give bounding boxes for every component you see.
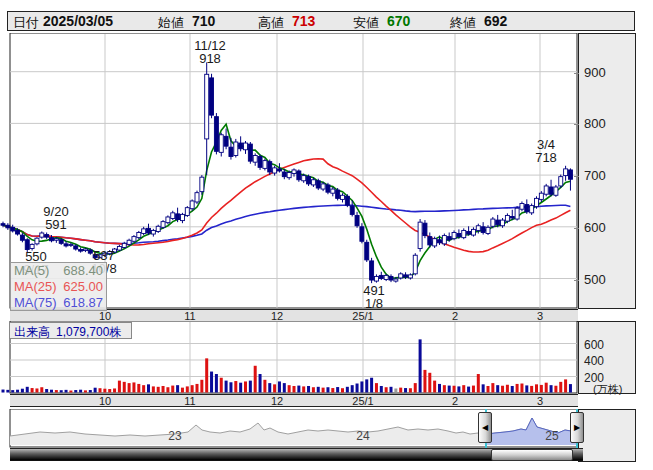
volume-bar bbox=[433, 381, 436, 393]
candle-up bbox=[292, 170, 296, 174]
volume-bar bbox=[147, 384, 150, 392]
candle-down bbox=[379, 275, 383, 278]
volume-bar bbox=[520, 384, 523, 393]
candle-down bbox=[11, 227, 15, 231]
volume-bar bbox=[137, 384, 140, 393]
price-info-bar: 日付 2025/03/05 始値 710 高値 713 安値 670 終値 69… bbox=[7, 11, 635, 31]
volume-bar bbox=[360, 381, 363, 392]
candle-up bbox=[132, 237, 136, 242]
volume-bar bbox=[69, 391, 72, 393]
volume-bar bbox=[409, 388, 412, 392]
ma-legend-row: MA(75)618.87 bbox=[14, 295, 103, 311]
candle-down bbox=[510, 216, 514, 218]
volume-bar bbox=[341, 388, 344, 392]
annotation-peak-high: 11/12918 bbox=[194, 39, 226, 65]
candle-up bbox=[544, 186, 548, 194]
candle-up bbox=[117, 246, 121, 250]
candle-up bbox=[234, 142, 238, 155]
volume-bar bbox=[191, 385, 194, 392]
x-axis-label: 12 bbox=[271, 395, 283, 407]
candle-up bbox=[83, 249, 87, 251]
volume-bar bbox=[554, 386, 557, 393]
volume-bar bbox=[84, 390, 87, 392]
volume-bar bbox=[50, 390, 53, 393]
candle-up bbox=[35, 238, 39, 244]
volume-bar bbox=[516, 384, 519, 393]
candle-down bbox=[467, 231, 471, 234]
candle-up bbox=[476, 226, 480, 231]
x-axis-label: 3 bbox=[537, 395, 543, 407]
volume-bar bbox=[278, 381, 281, 392]
volume-bar bbox=[234, 381, 237, 392]
candle-up bbox=[374, 276, 378, 281]
arrow-left-icon: ◀ bbox=[482, 423, 488, 432]
volume-bar bbox=[525, 385, 528, 392]
candle-down bbox=[229, 147, 233, 156]
candle-up bbox=[122, 243, 126, 247]
candle-up bbox=[219, 135, 223, 153]
navigator-left-handle-button[interactable]: ◀ bbox=[478, 412, 492, 443]
volume-bar bbox=[564, 379, 567, 392]
volume-bar bbox=[297, 386, 300, 393]
volume-bar bbox=[6, 390, 9, 393]
volume-bar bbox=[482, 384, 485, 392]
annotation-sep-high: 9/20591 bbox=[43, 205, 68, 231]
open-label: 始値 bbox=[158, 14, 184, 32]
volume-bar bbox=[99, 388, 102, 392]
candle-up bbox=[559, 177, 563, 186]
ma-legend: MA(5)688.40MA(25)625.00MA(75)618.87 bbox=[10, 262, 107, 311]
volume-bar bbox=[103, 389, 106, 393]
volume-bar bbox=[453, 386, 456, 393]
volume-bar bbox=[307, 386, 310, 393]
volume-bar bbox=[16, 390, 19, 393]
candle-up bbox=[127, 240, 131, 244]
volume-bar bbox=[477, 374, 480, 392]
volume-axis-label: 400 bbox=[584, 354, 604, 368]
high-label: 高値 bbox=[258, 14, 284, 32]
price-axis-tick bbox=[574, 73, 579, 74]
navigator-right-handle-button[interactable]: ▶ bbox=[570, 412, 584, 443]
candle-down bbox=[404, 275, 408, 277]
volume-bar bbox=[448, 386, 451, 393]
candle-down bbox=[345, 196, 349, 205]
annotation-mar-high: 3/4718 bbox=[535, 138, 557, 164]
candle-up bbox=[341, 195, 345, 199]
volume-bar bbox=[118, 381, 121, 393]
volume-bar bbox=[171, 386, 174, 393]
volume-bar bbox=[511, 386, 514, 393]
volume-bar bbox=[200, 380, 203, 393]
price-axis-label: 800 bbox=[584, 116, 606, 131]
scrollbar-thumb[interactable] bbox=[491, 449, 573, 461]
candle-down bbox=[176, 214, 180, 220]
candle-up bbox=[151, 230, 155, 234]
volume-bar bbox=[40, 387, 43, 392]
volume-axis-label: 600 bbox=[584, 338, 604, 352]
candle-down bbox=[50, 238, 54, 241]
volume-bar bbox=[283, 383, 286, 392]
x-axis-label: 25/1 bbox=[352, 395, 373, 407]
date-label: 日付 bbox=[13, 14, 39, 32]
volume-bar bbox=[55, 390, 58, 392]
volume-bar bbox=[380, 386, 383, 393]
volume-bar bbox=[26, 387, 29, 393]
candle-down bbox=[239, 143, 243, 149]
candle-down bbox=[316, 181, 320, 188]
volume-bar bbox=[293, 386, 296, 393]
candle-down bbox=[224, 136, 228, 146]
candle-up bbox=[190, 201, 194, 209]
volume-bar bbox=[94, 388, 97, 393]
candle-down bbox=[326, 185, 330, 192]
candle-up bbox=[554, 187, 558, 195]
candle-up bbox=[442, 236, 446, 244]
date-value: 2025/03/05 bbox=[43, 13, 113, 29]
volume-bar bbox=[273, 384, 276, 392]
volume-bar bbox=[181, 388, 184, 393]
candle-up bbox=[273, 168, 277, 173]
candle-down bbox=[258, 156, 262, 167]
candle-down bbox=[481, 227, 485, 233]
candle-down bbox=[74, 246, 78, 249]
volume-bar bbox=[302, 386, 305, 392]
volume-bar bbox=[79, 390, 82, 393]
candle-down bbox=[355, 215, 359, 225]
volume-bar bbox=[113, 388, 116, 392]
